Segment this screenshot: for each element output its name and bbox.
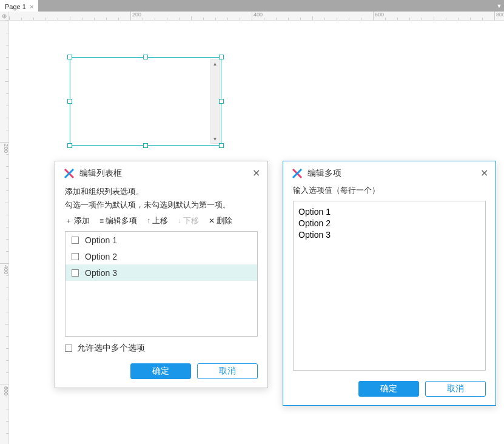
allow-multi-row: 允许选中多个选项 [65, 343, 258, 354]
checkbox[interactable] [72, 253, 79, 260]
dialog-description-1: 添加和组织列表选项。 [65, 185, 258, 198]
delete-label: 删除 [217, 215, 232, 226]
resize-handle-ne[interactable] [219, 55, 224, 59]
scroll-down-icon[interactable]: ▼ [211, 135, 219, 143]
dialog-edit-listbox: 编辑列表框 ✕ 添加和组织列表选项。 勾选一项作为默认项，未勾选则默认为第一项。… [55, 161, 268, 388]
add-label: 添加 [74, 215, 90, 226]
dialog-buttons: 确定 取消 [65, 363, 258, 379]
ok-label: 确定 [152, 366, 169, 377]
list-item[interactable]: Option 1 [66, 232, 257, 248]
dialog-title: 编辑多项 [307, 168, 480, 179]
allow-multi-label: 允许选中多个选项 [77, 343, 145, 354]
cancel-label: 取消 [219, 366, 236, 377]
dialog-prompt: 输入选项值（每行一个） [293, 185, 486, 196]
resize-handle-nw[interactable] [67, 55, 72, 59]
edit-many-label: 编辑多项 [106, 215, 137, 226]
allow-multi-checkbox[interactable] [65, 345, 72, 352]
checkbox[interactable] [72, 237, 79, 244]
resize-handle-e[interactable] [219, 99, 224, 104]
ok-label: 确定 [380, 383, 397, 394]
arrow-up-icon: ↑ [147, 217, 150, 225]
resize-handle-s[interactable] [143, 143, 148, 148]
scroll-up-icon[interactable]: ▲ [211, 59, 219, 68]
ruler-origin-icon[interactable]: ⊕ [0, 12, 9, 21]
ruler-v-mark: 600 [0, 385, 9, 395]
dialog-buttons: 确定 取消 [293, 381, 486, 397]
resize-handle-sw[interactable] [67, 143, 72, 148]
ruler-v-mark: 200 [0, 142, 9, 153]
move-down-button: ↓下移 [178, 215, 199, 226]
tab-dropdown-icon[interactable]: ▼ [494, 0, 504, 12]
tabbar-spacer [38, 0, 494, 12]
close-icon[interactable]: ✕ [252, 167, 260, 179]
move-up-label: 上移 [152, 215, 168, 226]
tabbar: Page 1 × ▼ [0, 0, 504, 12]
close-icon[interactable]: × [30, 3, 33, 10]
options-listbox[interactable]: Option 1 Option 2 Option 3 [65, 231, 258, 337]
option-label: Option 1 [85, 235, 117, 245]
add-button[interactable]: ＋添加 [65, 215, 90, 226]
move-up-button[interactable]: ↑上移 [147, 215, 168, 226]
list-icon: ≡ [99, 217, 104, 225]
dialog-title: 编辑列表框 [79, 168, 252, 179]
resize-handle-w[interactable] [67, 99, 72, 104]
dialog-header[interactable]: 编辑列表框 ✕ [55, 161, 267, 183]
selected-listbox-widget[interactable]: ▲ ▼ [70, 57, 221, 146]
dialog-description-2: 勾选一项作为默认项，未勾选则默认为第一项。 [65, 198, 258, 212]
plus-icon: ＋ [65, 216, 72, 226]
cancel-button[interactable]: 取消 [197, 363, 258, 379]
dialog-header[interactable]: 编辑多项 ✕ [283, 161, 496, 183]
tab-page1[interactable]: Page 1 × [0, 0, 38, 12]
dialog-toolbar: ＋添加 ≡编辑多项 ↑上移 ↓下移 ✕删除 [65, 215, 258, 226]
resize-handle-se[interactable] [219, 143, 224, 148]
option-label: Option 2 [85, 252, 117, 261]
axure-logo-icon [292, 168, 303, 179]
tab-label: Page 1 [5, 3, 26, 10]
x-icon: ✕ [209, 217, 215, 225]
dialog-edit-multiple: 编辑多项 ✕ 输入选项值（每行一个） 确定 取消 [283, 161, 496, 406]
list-item[interactable]: Option 3 [66, 264, 257, 281]
cancel-label: 取消 [447, 383, 464, 394]
ok-button[interactable]: 确定 [358, 381, 419, 397]
ok-button[interactable]: 确定 [130, 363, 191, 379]
axure-logo-icon [64, 168, 75, 179]
ruler-v-mark: 400 [0, 263, 9, 274]
arrow-down-icon: ↓ [178, 217, 181, 225]
option-label: Option 3 [85, 268, 117, 278]
checkbox[interactable] [72, 269, 79, 277]
options-textarea[interactable] [293, 201, 486, 371]
resize-handle-n[interactable] [143, 55, 148, 59]
cancel-button[interactable]: 取消 [425, 381, 486, 397]
ruler-horizontal[interactable]: 200 400 600 800 100 [9, 12, 504, 21]
move-down-label: 下移 [183, 215, 199, 226]
ruler-vertical[interactable]: 200 400 600 800 [0, 21, 9, 444]
scrollbar[interactable]: ▲ ▼ [210, 59, 220, 144]
close-icon[interactable]: ✕ [480, 167, 488, 179]
list-item[interactable]: Option 2 [66, 248, 257, 264]
delete-button[interactable]: ✕删除 [209, 215, 232, 226]
edit-many-button[interactable]: ≡编辑多项 [99, 215, 137, 226]
